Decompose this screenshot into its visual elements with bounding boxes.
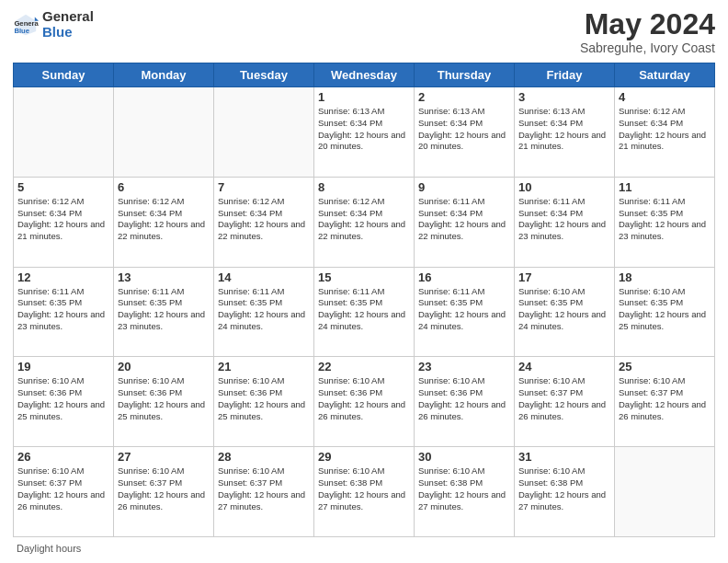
day-info: Sunrise: 6:10 AM Sunset: 6:36 PM Dayligh… — [218, 375, 310, 422]
calendar-cell: 26Sunrise: 6:10 AM Sunset: 6:37 PM Dayli… — [14, 447, 114, 537]
calendar-cell: 22Sunrise: 6:10 AM Sunset: 6:36 PM Dayli… — [314, 357, 415, 447]
svg-marker-3 — [35, 17, 39, 20]
calendar-table: SundayMondayTuesdayWednesdayThursdayFrid… — [13, 63, 715, 537]
calendar-cell: 7Sunrise: 6:12 AM Sunset: 6:34 PM Daylig… — [214, 177, 314, 267]
calendar-cell: 15Sunrise: 6:11 AM Sunset: 6:35 PM Dayli… — [314, 267, 415, 357]
header: General Blue General Blue May 2024 Sabre… — [13, 9, 715, 55]
day-number: 7 — [218, 180, 310, 194]
logo: General Blue General Blue — [13, 9, 94, 40]
day-info: Sunrise: 6:10 AM Sunset: 6:37 PM Dayligh… — [518, 375, 610, 422]
day-info: Sunrise: 6:10 AM Sunset: 6:36 PM Dayligh… — [17, 375, 109, 422]
calendar-cell: 10Sunrise: 6:11 AM Sunset: 6:34 PM Dayli… — [515, 177, 615, 267]
footer: Daylight hours — [13, 543, 715, 554]
calendar-cell: 23Sunrise: 6:10 AM Sunset: 6:36 PM Dayli… — [415, 357, 515, 447]
day-number: 21 — [218, 360, 310, 373]
day-number: 10 — [518, 180, 610, 194]
logo-blue-text: Blue — [42, 25, 94, 40]
calendar-cell: 18Sunrise: 6:10 AM Sunset: 6:35 PM Dayli… — [615, 267, 715, 357]
day-number: 5 — [17, 180, 109, 194]
day-of-week-header: Wednesday — [314, 63, 415, 87]
day-of-week-header: Sunday — [14, 63, 114, 87]
day-number: 17 — [518, 270, 610, 284]
day-info: Sunrise: 6:13 AM Sunset: 6:34 PM Dayligh… — [418, 106, 510, 153]
calendar-cell: 21Sunrise: 6:10 AM Sunset: 6:36 PM Dayli… — [214, 357, 314, 447]
day-number: 9 — [418, 180, 510, 194]
day-number: 27 — [118, 450, 210, 464]
day-number: 15 — [318, 270, 410, 284]
day-info: Sunrise: 6:10 AM Sunset: 6:37 PM Dayligh… — [17, 465, 109, 512]
calendar-cell — [14, 87, 114, 178]
day-info: Sunrise: 6:10 AM Sunset: 6:37 PM Dayligh… — [619, 375, 711, 422]
day-info: Sunrise: 6:11 AM Sunset: 6:35 PM Dayligh… — [17, 286, 109, 333]
day-info: Sunrise: 6:11 AM Sunset: 6:35 PM Dayligh… — [318, 286, 410, 333]
day-number: 31 — [518, 450, 610, 464]
day-number: 3 — [518, 90, 610, 104]
day-of-week-header: Friday — [515, 63, 615, 87]
day-of-week-header: Monday — [114, 63, 214, 87]
day-info: Sunrise: 6:11 AM Sunset: 6:34 PM Dayligh… — [418, 196, 510, 243]
day-number: 16 — [418, 270, 510, 284]
day-of-week-header: Thursday — [415, 63, 515, 87]
calendar-cell: 9Sunrise: 6:11 AM Sunset: 6:34 PM Daylig… — [415, 177, 515, 267]
day-info: Sunrise: 6:11 AM Sunset: 6:35 PM Dayligh… — [118, 286, 210, 333]
day-number: 2 — [418, 90, 510, 104]
day-info: Sunrise: 6:12 AM Sunset: 6:34 PM Dayligh… — [17, 196, 109, 243]
day-number: 25 — [619, 360, 711, 373]
title-block: May 2024 Sabreguhe, Ivory Coast — [580, 9, 715, 55]
calendar-cell — [615, 447, 715, 537]
calendar-cell: 6Sunrise: 6:12 AM Sunset: 6:34 PM Daylig… — [114, 177, 214, 267]
day-info: Sunrise: 6:13 AM Sunset: 6:34 PM Dayligh… — [518, 106, 610, 153]
day-number: 13 — [118, 270, 210, 284]
day-info: Sunrise: 6:12 AM Sunset: 6:34 PM Dayligh… — [619, 106, 711, 153]
svg-text:Blue: Blue — [14, 27, 29, 35]
day-number: 29 — [318, 450, 410, 464]
daylight-label: Daylight hours — [17, 543, 81, 554]
day-number: 22 — [318, 360, 410, 373]
calendar-cell: 11Sunrise: 6:11 AM Sunset: 6:35 PM Dayli… — [615, 177, 715, 267]
day-info: Sunrise: 6:11 AM Sunset: 6:35 PM Dayligh… — [418, 286, 510, 333]
calendar-cell: 1Sunrise: 6:13 AM Sunset: 6:34 PM Daylig… — [314, 87, 415, 178]
day-number: 1 — [318, 90, 410, 104]
day-of-week-header: Saturday — [615, 63, 715, 87]
day-info: Sunrise: 6:10 AM Sunset: 6:36 PM Dayligh… — [318, 375, 410, 422]
day-number: 26 — [17, 450, 109, 464]
day-info: Sunrise: 6:11 AM Sunset: 6:35 PM Dayligh… — [619, 196, 711, 243]
calendar-location: Sabreguhe, Ivory Coast — [580, 40, 715, 55]
day-info: Sunrise: 6:10 AM Sunset: 6:38 PM Dayligh… — [418, 465, 510, 512]
day-info: Sunrise: 6:13 AM Sunset: 6:34 PM Dayligh… — [318, 106, 410, 153]
day-info: Sunrise: 6:10 AM Sunset: 6:36 PM Dayligh… — [118, 375, 210, 422]
calendar-cell: 12Sunrise: 6:11 AM Sunset: 6:35 PM Dayli… — [14, 267, 114, 357]
day-info: Sunrise: 6:10 AM Sunset: 6:35 PM Dayligh… — [518, 286, 610, 333]
day-number: 28 — [218, 450, 310, 464]
calendar-cell: 17Sunrise: 6:10 AM Sunset: 6:35 PM Dayli… — [515, 267, 615, 357]
calendar-cell: 19Sunrise: 6:10 AM Sunset: 6:36 PM Dayli… — [14, 357, 114, 447]
logo-icon: General Blue — [13, 12, 39, 38]
calendar-cell: 13Sunrise: 6:11 AM Sunset: 6:35 PM Dayli… — [114, 267, 214, 357]
day-info: Sunrise: 6:10 AM Sunset: 6:37 PM Dayligh… — [218, 465, 310, 512]
calendar-cell: 25Sunrise: 6:10 AM Sunset: 6:37 PM Dayli… — [615, 357, 715, 447]
calendar-cell: 2Sunrise: 6:13 AM Sunset: 6:34 PM Daylig… — [415, 87, 515, 178]
calendar-cell: 3Sunrise: 6:13 AM Sunset: 6:34 PM Daylig… — [515, 87, 615, 178]
day-number: 8 — [318, 180, 410, 194]
calendar-cell: 14Sunrise: 6:11 AM Sunset: 6:35 PM Dayli… — [214, 267, 314, 357]
day-info: Sunrise: 6:12 AM Sunset: 6:34 PM Dayligh… — [118, 196, 210, 243]
day-info: Sunrise: 6:10 AM Sunset: 6:36 PM Dayligh… — [418, 375, 510, 422]
day-info: Sunrise: 6:12 AM Sunset: 6:34 PM Dayligh… — [318, 196, 410, 243]
day-number: 30 — [418, 450, 510, 464]
day-info: Sunrise: 6:10 AM Sunset: 6:38 PM Dayligh… — [518, 465, 610, 512]
day-number: 4 — [619, 90, 711, 104]
day-number: 23 — [418, 360, 510, 373]
day-info: Sunrise: 6:12 AM Sunset: 6:34 PM Dayligh… — [218, 196, 310, 243]
day-info: Sunrise: 6:10 AM Sunset: 6:37 PM Dayligh… — [118, 465, 210, 512]
calendar-cell — [214, 87, 314, 178]
day-number: 11 — [619, 180, 711, 194]
calendar-cell: 4Sunrise: 6:12 AM Sunset: 6:34 PM Daylig… — [615, 87, 715, 178]
day-number: 19 — [17, 360, 109, 373]
calendar-cell: 30Sunrise: 6:10 AM Sunset: 6:38 PM Dayli… — [415, 447, 515, 537]
page: General Blue General Blue May 2024 Sabre… — [0, 0, 728, 563]
day-info: Sunrise: 6:11 AM Sunset: 6:34 PM Dayligh… — [518, 196, 610, 243]
day-number: 12 — [17, 270, 109, 284]
day-of-week-header: Tuesday — [214, 63, 314, 87]
day-number: 14 — [218, 270, 310, 284]
calendar-title: May 2024 — [580, 9, 715, 39]
